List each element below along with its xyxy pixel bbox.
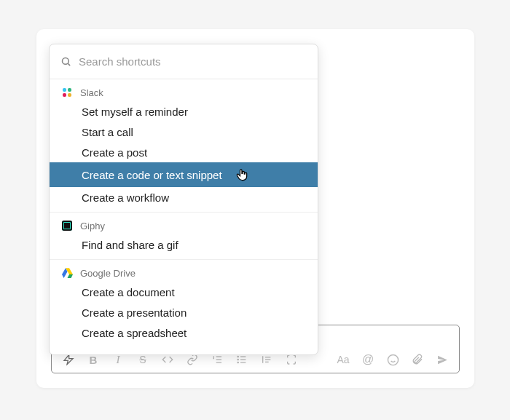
shortcut-find-gif[interactable]: Find and share a gif	[50, 234, 318, 255]
giphy-icon	[61, 220, 73, 231]
section-google-drive: Google Drive Create a document Create a …	[50, 260, 318, 347]
shortcut-create-spreadsheet[interactable]: Create a spreadsheet	[50, 322, 318, 343]
svg-marker-0	[64, 354, 73, 364]
shortcut-create-post[interactable]: Create a post	[50, 142, 318, 162]
shortcut-search-row	[50, 44, 318, 79]
shortcut-search-input[interactable]	[79, 55, 307, 68]
shortcut-start-call[interactable]: Start a call	[50, 122, 318, 142]
attach-icon[interactable]	[407, 349, 428, 371]
svg-point-14	[388, 354, 398, 365]
format-toggle-icon[interactable]: Aa	[332, 349, 354, 371]
section-title: Giphy	[80, 221, 105, 231]
shortcut-create-snippet[interactable]: Create a code or text snippet	[49, 162, 318, 187]
shortcuts-popup: Slack Set myself a reminder Start a call…	[49, 44, 318, 355]
search-icon	[60, 56, 71, 67]
svg-point-17	[63, 58, 69, 65]
section-giphy: Giphy Find and share a gif	[50, 213, 318, 260]
section-title: Google Drive	[80, 268, 136, 279]
pointer-cursor-icon	[235, 167, 249, 183]
section-title: Slack	[80, 87, 103, 98]
svg-point-8	[238, 359, 238, 360]
svg-line-18	[68, 63, 70, 66]
svg-point-7	[238, 356, 238, 357]
shortcut-set-reminder[interactable]: Set myself a reminder	[50, 101, 318, 122]
shortcut-create-document[interactable]: Create a document	[50, 282, 318, 302]
shortcut-create-workflow[interactable]: Create a workflow	[50, 187, 318, 207]
mention-icon[interactable]: @	[357, 349, 379, 371]
svg-marker-20	[67, 274, 73, 278]
shortcut-create-presentation[interactable]: Create a presentation	[50, 302, 318, 322]
section-slack: Slack Set myself a reminder Start a call…	[50, 79, 318, 213]
send-icon[interactable]	[431, 349, 453, 371]
svg-point-9	[238, 362, 238, 362]
google-drive-icon	[61, 267, 73, 279]
app-surface: B I S Aa @	[36, 29, 474, 388]
emoji-icon[interactable]	[382, 349, 404, 371]
slack-icon	[61, 87, 73, 98]
